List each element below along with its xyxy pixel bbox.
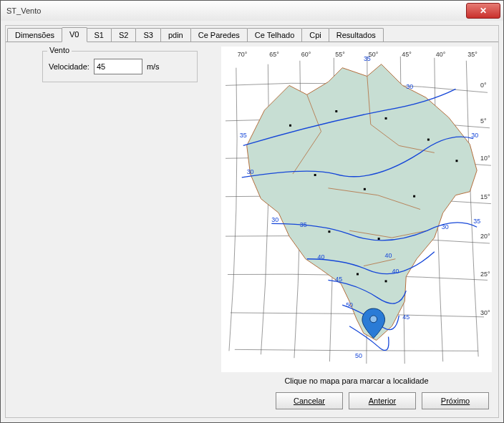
svg-rect-1 (335, 110, 337, 112)
tab-s3[interactable]: S3 (135, 28, 160, 42)
svg-text:0°: 0° (480, 82, 487, 89)
brazil-isopleth-map: 70°65°60°55°50°45°40°35° 0°5°10°15°20°25… (221, 47, 492, 372)
svg-text:35: 35 (473, 218, 480, 225)
svg-text:30: 30 (247, 168, 254, 175)
tab-s1[interactable]: S1 (87, 28, 112, 42)
svg-rect-8 (328, 230, 330, 233)
tab-ce-paredes[interactable]: Ce Paredes (190, 28, 248, 42)
vento-legend: Vento (47, 46, 72, 54)
svg-text:45: 45 (402, 313, 410, 321)
velocidade-input[interactable] (94, 59, 142, 74)
tab-cpi[interactable]: Cpi (301, 28, 329, 42)
svg-text:40: 40 (385, 252, 392, 259)
cancel-button[interactable]: Cancelar (276, 392, 343, 409)
svg-rect-10 (357, 273, 359, 276)
velocidade-unit: m/s (147, 62, 160, 71)
tab-v0[interactable]: V0 (62, 27, 87, 42)
prev-button[interactable]: Anterior (349, 392, 416, 409)
svg-text:40: 40 (392, 268, 399, 275)
tab-resultados[interactable]: Resultados (329, 28, 384, 42)
svg-text:70°: 70° (238, 51, 248, 58)
lon-labels: 70°65°60°55°50°45°40°35° (238, 51, 478, 58)
dialog-frame: DimensõesV0S1S2S3pdinCe ParedesCe Telhad… (5, 25, 499, 418)
svg-text:35: 35 (300, 221, 307, 228)
svg-text:45°: 45° (402, 51, 412, 58)
window-title: ST_Vento (6, 6, 41, 15)
close-button[interactable]: ✕ (466, 3, 500, 19)
svg-text:55°: 55° (335, 51, 345, 58)
titlebar: ST_Vento ✕ (1, 1, 503, 21)
svg-text:60°: 60° (301, 51, 311, 58)
svg-text:10°: 10° (480, 155, 490, 162)
svg-rect-2 (385, 117, 387, 120)
svg-text:50: 50 (355, 352, 362, 359)
app-window: ST_Vento ✕ DimensõesV0S1S2S3pdinCe Pared… (0, 0, 504, 423)
tab-ce-telhado[interactable]: Ce Telhado (247, 28, 302, 42)
svg-rect-6 (364, 188, 366, 190)
svg-text:40: 40 (318, 253, 325, 261)
client-area: DimensõesV0S1S2S3pdinCe ParedesCe Telhad… (1, 21, 503, 422)
lat-labels: 0°5°10°15°20°25°30° (480, 82, 490, 316)
svg-rect-5 (314, 174, 316, 176)
svg-text:50: 50 (346, 301, 353, 308)
svg-text:35: 35 (240, 132, 247, 139)
svg-rect-3 (427, 139, 430, 141)
svg-text:65°: 65° (269, 51, 279, 58)
map-panel[interactable]: 70°65°60°55°50°45°40°35° 0°5°10°15°20°25… (221, 47, 492, 372)
svg-text:30°: 30° (480, 309, 490, 316)
svg-text:35: 35 (364, 55, 371, 62)
svg-rect-9 (378, 238, 380, 240)
svg-text:5°: 5° (480, 117, 487, 125)
close-icon: ✕ (480, 6, 487, 16)
tab-dimensões[interactable]: Dimensões (7, 28, 62, 42)
tab-pdin[interactable]: pdin (160, 28, 191, 42)
button-bar: Cancelar Anterior Próximo (276, 392, 489, 409)
vento-group: Vento Velocidade: m/s (42, 51, 198, 82)
svg-text:15°: 15° (480, 193, 490, 200)
svg-rect-7 (413, 195, 415, 198)
svg-text:45: 45 (335, 276, 342, 283)
next-button[interactable]: Próximo (422, 392, 489, 409)
velocidade-label: Velocidade: (49, 62, 89, 71)
svg-rect-0 (289, 125, 291, 127)
tab-strip: DimensõesV0S1S2S3pdinCe ParedesCe Telhad… (6, 26, 498, 42)
tab-page-v0: Vento Velocidade: m/s (6, 42, 498, 417)
svg-text:20°: 20° (480, 233, 490, 240)
vento-row: Velocidade: m/s (43, 52, 197, 82)
svg-text:30: 30 (271, 216, 278, 223)
svg-rect-4 (455, 160, 457, 162)
svg-text:30: 30 (471, 132, 478, 139)
svg-text:40°: 40° (436, 51, 446, 58)
svg-point-14 (370, 316, 377, 323)
svg-text:30: 30 (442, 223, 449, 230)
svg-text:35°: 35° (467, 51, 478, 58)
svg-text:25°: 25° (480, 271, 490, 278)
map-hint: Clique no mapa para marcar a localidade (221, 376, 492, 385)
brazil-land (247, 64, 477, 341)
tab-s2[interactable]: S2 (111, 28, 136, 42)
svg-text:30: 30 (406, 83, 413, 90)
svg-rect-11 (385, 280, 387, 282)
